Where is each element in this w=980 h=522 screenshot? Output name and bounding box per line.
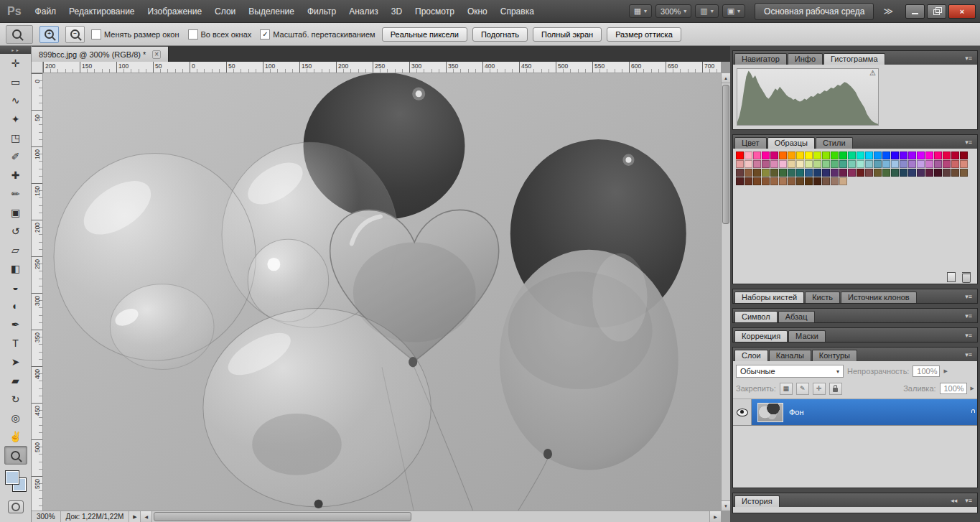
swatch[interactable] xyxy=(934,160,942,168)
swatch[interactable] xyxy=(762,160,770,168)
tab-Навигатор[interactable]: Навигатор xyxy=(734,53,787,65)
swatch[interactable] xyxy=(770,160,778,168)
lock-position-button[interactable]: ✛ xyxy=(813,383,826,395)
checkbox-Масштаб. перетаскиванием[interactable]: ✓Масштаб. перетаскиванием xyxy=(260,29,375,39)
vertical-scroll-thumb[interactable] xyxy=(722,85,729,224)
gradient-tool[interactable]: ◧ xyxy=(4,259,27,278)
tab-Символ[interactable]: Символ xyxy=(734,311,778,322)
swatch[interactable] xyxy=(779,177,787,185)
swatch[interactable] xyxy=(943,152,951,159)
lock-transparency-button[interactable]: ▦ xyxy=(780,383,793,395)
lock-all-button[interactable] xyxy=(829,383,842,395)
swatch[interactable] xyxy=(960,152,968,159)
swatch[interactable] xyxy=(813,152,821,159)
swatch[interactable] xyxy=(839,152,847,159)
swatch[interactable] xyxy=(762,152,770,159)
hand-tool[interactable]: ✌ xyxy=(4,427,27,446)
checkbox-Во всех окнах[interactable]: Во всех окнах xyxy=(188,29,252,39)
swatch[interactable] xyxy=(822,152,830,159)
swatch[interactable] xyxy=(796,169,804,177)
view-extras-button[interactable]: ▦▾ xyxy=(629,4,652,18)
swatch[interactable] xyxy=(857,160,864,168)
opacity-arrow-icon[interactable]: ▶ xyxy=(943,368,947,374)
swatch[interactable] xyxy=(788,160,795,168)
swatch[interactable] xyxy=(779,152,787,159)
swatch[interactable] xyxy=(925,160,933,168)
swatch[interactable] xyxy=(813,169,821,177)
swatch[interactable] xyxy=(822,169,830,177)
tab-Каналы[interactable]: Каналы xyxy=(769,350,811,361)
arrange-documents-button[interactable]: ▥▾ xyxy=(695,4,718,18)
zoom-field[interactable]: 300% xyxy=(32,511,61,522)
scroll-down-icon[interactable]: ▼ xyxy=(722,500,730,511)
panel-menu-icon[interactable]: ▾≡ xyxy=(961,53,976,63)
swatch[interactable] xyxy=(908,169,916,177)
swatch[interactable] xyxy=(745,160,752,168)
scroll-right-icon[interactable]: ▶ xyxy=(709,511,721,522)
pen-tool[interactable]: ✒ xyxy=(4,315,27,334)
swatch[interactable] xyxy=(822,160,830,168)
panel-menu-icon[interactable]: ▾≡ xyxy=(961,495,976,505)
swatch[interactable] xyxy=(874,160,882,168)
swatch[interactable] xyxy=(788,152,795,159)
new-swatch-icon[interactable] xyxy=(947,272,956,282)
tab-Цвет[interactable]: Цвет xyxy=(734,137,767,149)
horizontal-scrollbar[interactable]: ◀ ▶ xyxy=(141,511,721,522)
swatch[interactable] xyxy=(943,169,951,177)
collapse-panel-icon[interactable]: ◂◂ xyxy=(947,495,961,505)
swatch[interactable] xyxy=(745,152,752,159)
vertical-scrollbar[interactable]: ▲ ▼ xyxy=(721,73,730,511)
checkbox-box[interactable] xyxy=(91,29,101,39)
menu-Слои[interactable]: Слои xyxy=(208,4,242,19)
status-arrow-icon[interactable]: ▶ xyxy=(129,511,141,522)
swatch[interactable] xyxy=(865,152,873,159)
tab-Инфо[interactable]: Инфо xyxy=(788,53,823,65)
warning-icon[interactable]: ⚠ xyxy=(869,69,876,77)
3d-orbit-tool[interactable]: ◎ xyxy=(4,409,27,427)
button-Размер оттиска[interactable]: Размер оттиска xyxy=(607,27,681,42)
swatch[interactable] xyxy=(831,169,839,177)
scroll-left-icon[interactable]: ◀ xyxy=(141,511,152,522)
tab-Стили[interactable]: Стили xyxy=(816,137,853,149)
swatch[interactable] xyxy=(770,177,778,185)
tab-Коррекция[interactable]: Коррекция xyxy=(734,330,788,342)
swatch[interactable] xyxy=(753,177,761,185)
menu-Файл[interactable]: Файл xyxy=(29,4,63,19)
swatch[interactable] xyxy=(891,169,899,177)
swatch[interactable] xyxy=(848,152,856,159)
menu-Выделение[interactable]: Выделение xyxy=(242,4,301,19)
swatch[interactable] xyxy=(788,169,795,177)
menu-Фильтр[interactable]: Фильтр xyxy=(301,4,342,19)
panel-menu-icon[interactable]: ▾≡ xyxy=(961,311,976,321)
swatch[interactable] xyxy=(753,152,761,159)
swatch[interactable] xyxy=(891,152,899,159)
swatch[interactable] xyxy=(796,177,804,185)
swatch[interactable] xyxy=(831,177,839,185)
swatch[interactable] xyxy=(831,152,839,159)
swatch[interactable] xyxy=(779,169,787,177)
document-tab[interactable]: 899bcc.jpg @ 300% (RGB/8) * × xyxy=(32,47,169,62)
zoom-in-button[interactable]: + xyxy=(39,26,59,43)
tab-Контуры[interactable]: Контуры xyxy=(812,350,857,361)
swatch[interactable] xyxy=(934,169,942,177)
swatch[interactable] xyxy=(934,152,942,159)
tab-Кисть[interactable]: Кисть xyxy=(805,292,840,303)
swatch[interactable] xyxy=(770,169,778,177)
screen-mode-button[interactable]: ▣▾ xyxy=(722,4,745,18)
swatch[interactable] xyxy=(865,160,873,168)
swatch[interactable] xyxy=(943,160,951,168)
swatch[interactable] xyxy=(874,152,882,159)
swatch[interactable] xyxy=(796,152,804,159)
swatch[interactable] xyxy=(951,169,959,177)
workspace-button[interactable]: Основная рабочая среда xyxy=(755,3,874,20)
menu-Просмотр[interactable]: Просмотр xyxy=(409,4,461,19)
swatch[interactable] xyxy=(848,160,856,168)
move-tool[interactable]: ✛ xyxy=(4,54,27,73)
swatch[interactable] xyxy=(925,169,933,177)
button-Полный экран[interactable]: Полный экран xyxy=(533,27,602,42)
scroll-up-icon[interactable]: ▲ xyxy=(722,73,730,83)
checkbox-box[interactable]: ✓ xyxy=(260,29,270,39)
panel-menu-icon[interactable]: ▾≡ xyxy=(961,350,976,360)
zoom-tool[interactable] xyxy=(4,446,27,465)
path-selection-tool[interactable]: ➤ xyxy=(4,353,27,371)
